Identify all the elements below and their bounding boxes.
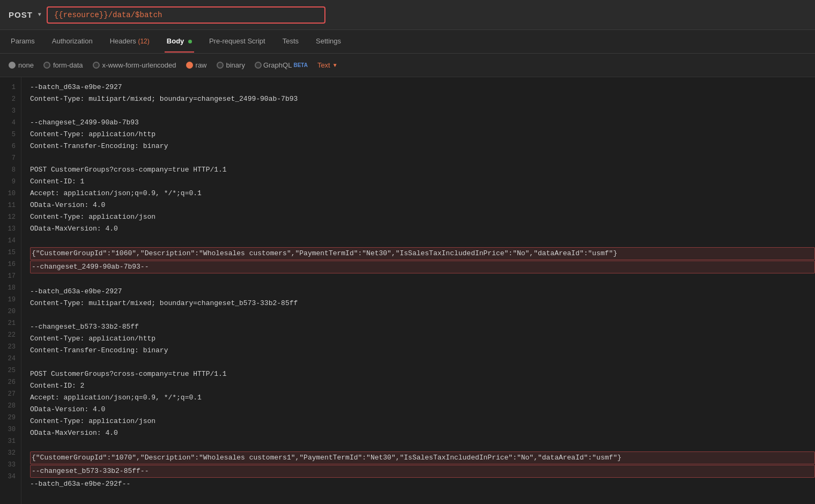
code-line-19: Content-Type: multipart/mixed; boundary=… [30,298,815,309]
radio-form-data-label: form-data [53,61,83,69]
code-line-16: --changeset_2499-90ab-7b93-- [30,261,815,273]
radio-graphql-circle [255,62,262,69]
url-input-wrapper[interactable]: {{resource}}/data/$batch [47,6,325,24]
url-bar: POST ▼ {{resource}}/data/$batch [0,0,815,30]
code-line-23: Content-Transfer-Encoding: binary [30,345,815,357]
radio-graphql[interactable]: GraphQL BETA [255,61,308,69]
tab-body[interactable]: Body [165,31,194,53]
radio-binary-label: binary [226,61,245,69]
format-dropdown-arrow: ▼ [332,62,338,68]
line-numbers: 1234567891011121314151617181920212223242… [0,77,21,504]
code-line-2: Content-Type: multipart/mixed; boundary=… [30,93,815,105]
code-line-33: --changeset_b573-33b2-85ff-- [30,465,815,478]
code-line-31 [30,439,815,451]
tabs-bar: Params Authorization Headers (12) Body P… [0,30,815,54]
code-line-22: Content-Type: application/http [30,333,815,345]
radio-urlencoded-circle [93,62,100,69]
code-line-17 [30,274,815,286]
code-line-8: POST CustomerGroups?cross-company=true H… [30,164,815,176]
radio-none-circle [9,62,16,69]
url-text: {{resource}}/data/$batch [54,11,162,19]
tab-params[interactable]: Params [9,31,37,53]
code-line-1: --batch_d63a-e9be-2927 [30,81,815,93]
code-line-15: {"CustomerGroupId":"1060","Description":… [30,247,815,260]
tab-authorization[interactable]: Authorization [50,31,95,53]
code-line-14 [30,235,815,247]
code-line-32: {"CustomerGroupId":"1070","Description":… [30,451,815,464]
code-line-21: --changeset_b573-33b2-85ff [30,321,815,333]
code-content[interactable]: --batch_d63a-e9be-2927Content-Type: mult… [21,77,815,504]
code-line-20 [30,309,815,321]
code-line-6: Content-Transfer-Encoding: binary [30,140,815,152]
code-line-7 [30,152,815,164]
code-line-13: OData-MaxVersion: 4.0 [30,223,815,235]
code-line-24 [30,357,815,368]
radio-urlencoded-label: x-www-form-urlencoded [102,61,176,69]
format-dropdown[interactable]: Text ▼ [317,61,338,69]
radio-form-data-circle [43,62,50,69]
radio-binary-circle [217,62,224,69]
method-dropdown[interactable]: ▼ [38,12,41,18]
code-line-4: --changeset_2499-90ab-7b93 [30,117,815,129]
code-line-27: Accept: application/json;q=0.9, */*;q=0.… [30,392,815,404]
beta-badge: BETA [293,62,307,68]
radio-raw-circle [186,62,193,69]
tab-pre-request[interactable]: Pre-request Script [207,31,268,53]
code-line-12: Content-Type: application/json [30,211,815,223]
code-line-25: POST CustomerGroups?cross-company=true H… [30,368,815,380]
radio-urlencoded[interactable]: x-www-form-urlencoded [93,61,176,69]
code-line-9: Content-ID: 1 [30,176,815,188]
code-line-26: Content-ID: 2 [30,380,815,392]
code-line-3 [30,105,815,117]
radio-none-label: none [18,61,34,69]
code-line-18: --batch_d63a-e9be-2927 [30,286,815,298]
radio-raw-label: raw [196,61,207,69]
tab-tests[interactable]: Tests [280,31,301,53]
editor-area: 1234567891011121314151617181920212223242… [0,77,815,504]
code-line-30: OData-MaxVersion: 4.0 [30,427,815,439]
body-dot [188,40,192,43]
code-line-5: Content-Type: application/http [30,129,815,140]
radio-none[interactable]: none [9,61,34,69]
radio-graphql-label: GraphQL [263,61,292,69]
radio-raw[interactable]: raw [186,61,207,69]
code-line-29: Content-Type: application/json [30,416,815,427]
code-line-28: OData-Version: 4.0 [30,404,815,416]
format-label: Text [317,61,330,69]
radio-form-data[interactable]: form-data [43,61,83,69]
method-label: POST [9,10,33,19]
tab-settings[interactable]: Settings [314,31,343,53]
tab-headers[interactable]: Headers (12) [108,31,152,53]
code-line-10: Accept: application/json;q=0.9, */*;q=0.… [30,188,815,199]
method-dropdown-arrow: ▼ [38,12,41,18]
code-line-11: OData-Version: 4.0 [30,199,815,211]
body-type-bar: none form-data x-www-form-urlencoded raw… [0,54,815,77]
code-line-34: --batch_d63a-e9be-292f-- [30,478,815,490]
radio-binary[interactable]: binary [217,61,245,69]
